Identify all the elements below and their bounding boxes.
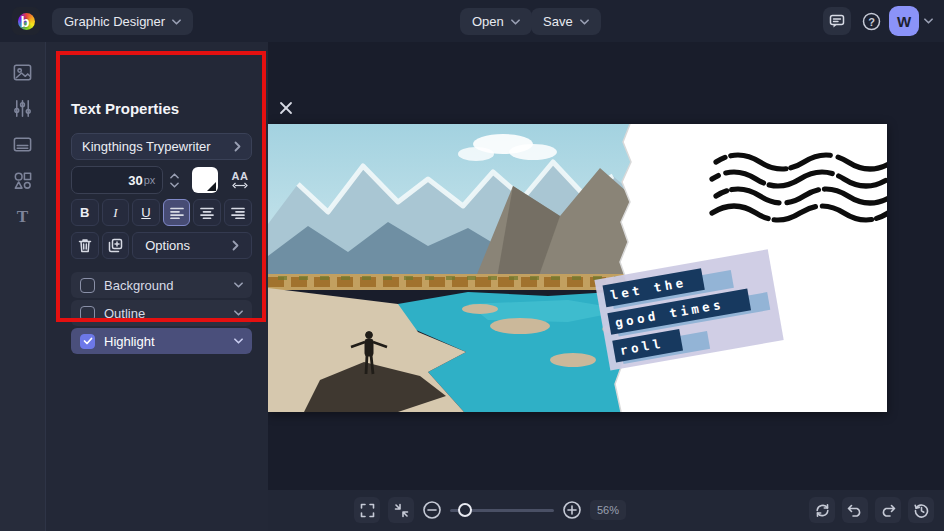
- duplicate-icon: [108, 238, 123, 253]
- align-left-icon: [170, 207, 184, 219]
- align-right-icon: [231, 207, 245, 219]
- zoom-in-button[interactable]: [562, 500, 582, 520]
- outline-checkbox[interactable]: [80, 306, 95, 321]
- app-menu-label: Graphic Designer: [64, 14, 165, 29]
- open-label: Open: [472, 14, 504, 29]
- duplicate-button[interactable]: [102, 232, 130, 259]
- zoom-slider[interactable]: [450, 509, 554, 512]
- options-button[interactable]: Options: [132, 232, 252, 259]
- chevron-down-icon: [511, 19, 520, 25]
- fit-to-screen-button[interactable]: [388, 497, 414, 523]
- underline-button[interactable]: U: [132, 199, 160, 226]
- chevron-right-icon: [234, 141, 241, 152]
- avatar[interactable]: W: [889, 6, 919, 36]
- bottom-toolbar: 56%: [268, 490, 944, 531]
- history-clock-icon: [914, 503, 929, 518]
- align-center-button[interactable]: [193, 199, 221, 226]
- trash-icon: [78, 238, 92, 253]
- background-checkbox[interactable]: [80, 278, 95, 293]
- fullscreen-button[interactable]: [354, 497, 380, 523]
- svg-text:T: T: [17, 207, 29, 226]
- app-logo[interactable]: b: [12, 7, 40, 35]
- image-icon[interactable]: [12, 62, 33, 83]
- logo-color-wheel-icon: b: [18, 13, 35, 30]
- align-center-icon: [200, 207, 214, 219]
- highlight-toggle[interactable]: Highlight: [71, 328, 252, 354]
- svg-text:?: ?: [868, 15, 875, 27]
- font-family-value: Kingthings Trypewriter: [82, 139, 211, 154]
- redo-button[interactable]: [875, 497, 901, 523]
- app-menu-button[interactable]: Graphic Designer: [52, 8, 193, 35]
- text-icon[interactable]: T: [12, 206, 33, 227]
- letter-spacing-glyph: AA: [232, 171, 249, 182]
- outline-toggle[interactable]: Outline: [71, 300, 252, 326]
- tool-rail: T: [0, 42, 45, 531]
- undo-icon: [847, 504, 863, 517]
- stepper-up-icon[interactable]: [170, 173, 179, 179]
- chevron-down-icon: [580, 19, 589, 25]
- avatar-initial: W: [897, 13, 911, 30]
- templates-icon[interactable]: [12, 134, 33, 155]
- history-button[interactable]: [908, 497, 934, 523]
- options-label: Options: [145, 238, 190, 253]
- swatch-fold-icon: [207, 182, 216, 191]
- text-color-swatch[interactable]: [192, 167, 218, 193]
- font-size-unit: px: [144, 174, 156, 186]
- chevron-down-icon[interactable]: [234, 310, 243, 316]
- zoom-slider-knob[interactable]: [458, 503, 472, 517]
- highlight-label: Highlight: [104, 334, 225, 349]
- fit-screen-icon: [394, 503, 409, 518]
- refresh-icon: [815, 503, 830, 518]
- text-properties-panel: Text Properties Kingthings Trypewriter 3…: [45, 42, 268, 531]
- stepper-down-icon[interactable]: [170, 182, 179, 188]
- zoom-controls: 56%: [354, 497, 626, 523]
- font-size-stepper[interactable]: [167, 166, 182, 194]
- open-button[interactable]: Open: [460, 8, 532, 35]
- history-controls: [809, 497, 934, 523]
- help-button[interactable]: ?: [857, 7, 885, 35]
- italic-button[interactable]: I: [102, 199, 130, 226]
- design-canvas[interactable]: let the good times roll: [268, 124, 887, 412]
- outline-label: Outline: [104, 306, 225, 321]
- account-chevron-down-icon[interactable]: [924, 18, 933, 24]
- highlight-checkbox[interactable]: [80, 334, 95, 349]
- chevron-down-icon[interactable]: [234, 282, 243, 288]
- chevron-right-icon: [232, 240, 239, 251]
- canvas-workspace[interactable]: let the good times roll: [268, 42, 944, 531]
- feedback-button[interactable]: [823, 7, 851, 35]
- zoom-level-badge: 56%: [590, 500, 626, 520]
- landscape-photo[interactable]: [268, 124, 643, 412]
- top-bar: b Graphic Designer Open Save ? W: [0, 0, 944, 42]
- adjustments-icon[interactable]: [12, 98, 33, 119]
- fullscreen-icon: [360, 503, 375, 518]
- layer-actions-row: Options: [71, 232, 252, 259]
- chevron-down-icon: [172, 19, 181, 25]
- shapes-icon[interactable]: [12, 170, 33, 191]
- background-toggle[interactable]: Background: [71, 272, 252, 298]
- letter-spacing-button[interactable]: AA: [228, 167, 252, 193]
- font-family-selector[interactable]: Kingthings Trypewriter: [71, 133, 252, 160]
- background-label: Background: [104, 278, 225, 293]
- save-button[interactable]: Save: [531, 8, 601, 35]
- redo-icon: [880, 504, 896, 517]
- text-style-row: B I U: [71, 199, 252, 226]
- align-left-button[interactable]: [163, 199, 191, 226]
- checkmark-icon: [83, 337, 93, 345]
- undo-button[interactable]: [842, 497, 868, 523]
- font-size-row: 30 px AA: [71, 166, 252, 194]
- save-label: Save: [543, 14, 573, 29]
- spacing-arrows-icon: [232, 182, 248, 189]
- chevron-down-icon[interactable]: [234, 338, 243, 344]
- font-size-input[interactable]: 30 px: [71, 166, 163, 194]
- delete-button[interactable]: [71, 232, 99, 259]
- zoom-out-button[interactable]: [422, 500, 442, 520]
- close-icon[interactable]: [278, 100, 294, 116]
- panel-title: Text Properties: [71, 100, 179, 117]
- bold-button[interactable]: B: [71, 199, 99, 226]
- chat-icon: [829, 13, 845, 29]
- reset-button[interactable]: [809, 497, 835, 523]
- align-right-button[interactable]: [224, 199, 252, 226]
- help-icon: ?: [862, 12, 881, 31]
- font-size-value: 30: [128, 173, 142, 188]
- logo-letter: b: [21, 14, 30, 29]
